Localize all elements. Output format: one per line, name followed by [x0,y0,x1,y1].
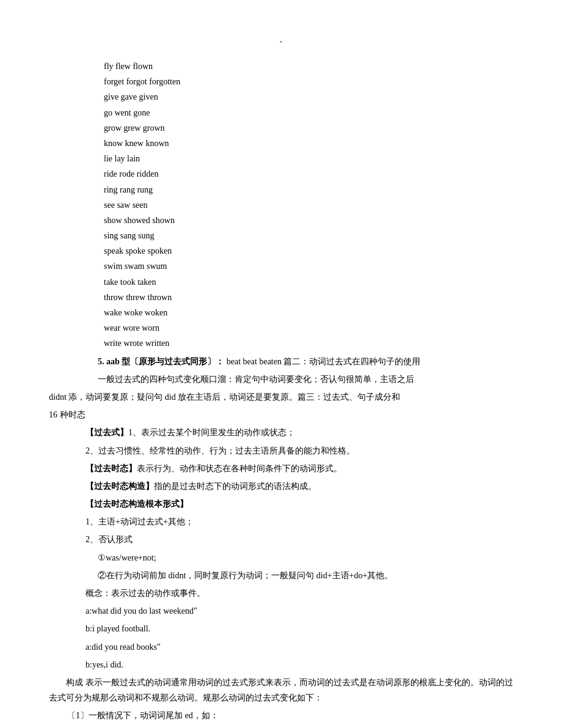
section5-label: 5. aab 型〔原形与过去式同形〕： [98,357,224,366]
circle1-block: ①was/were+not; [98,550,513,565]
example-a1-block: a:what did you do last weekend" [86,603,513,619]
verb-list-item: write wrote written [104,336,513,351]
example-b1-text: b:i played football. [86,624,150,633]
verb-list-item: see saw seen [104,197,513,213]
verb-list-item: ring rang rung [104,182,513,197]
verb-list: fly flew flownforget forgot forgottengiv… [104,59,513,351]
verb-list-item: sing sang sung [104,228,513,243]
past-time-structure-block: 【过去时态构造】指的是过去时态下的动词形式的语法构成。 [86,479,513,494]
verb-list-item: show showed shown [104,213,513,228]
para1-cont2-block: 16 种时态 [49,407,513,422]
form2-text: 2、否认形式 [86,535,133,544]
verb-list-item: wear wore worn [104,320,513,336]
past-tense-2: 2、过去习惯性、经常性的动作、行为；过去主语所具备的能力和性格。 [86,446,355,455]
section5: 5. aab 型〔原形与过去式同形〕： beat beat beaten 篇二：… [98,354,513,369]
composition-para-block: 构成 表示一般过去式的动词通常用动词的过去式形式来表示，而动词的过去式是在动词原… [49,675,513,705]
para1-cont-block: didnt 添，动词要复原；疑问句 did 放在主语后，动词还是要复原。篇三：过… [49,389,513,405]
verb-list-item: grow grew grown [104,120,513,136]
past-time-structure-title: 【过去时态构造】 [86,482,154,491]
verb-list-item: lie lay lain [104,151,513,166]
verb-list-item: wake woke woken [104,305,513,320]
verb-list-item: swim swam swum [104,259,513,274]
composition-para-text: 构成 表示一般过去式的动词通常用动词的过去式形式来表示，而动词的过去式是在动词原… [49,678,513,702]
past-time-block: 【过去时态】表示行为、动作和状态在各种时间条件下的动词形式。 [86,461,513,476]
past-time-root-title: 【过去时态构造根本形式】 [86,499,188,509]
example-b2-text: b:yes,i did. [86,660,123,669]
top-dash: - [49,37,513,46]
circle2-block: ②在行为动词前加 didnt，同时复原行为动词；一般疑问句 did+主语+do+… [98,568,513,583]
rule1-examples-block: worked played wanted acted [86,726,513,729]
verb-list-item: throw threw thrown [104,290,513,305]
past-time-root-block: 【过去时态构造根本形式】 [86,496,513,512]
past-time-structure-text: 指的是过去时态下的动词形式的语法构成。 [154,482,316,491]
past-tense-title: 【过去式】 [86,428,128,437]
para1-block: 一般过去式的四种句式变化顺口溜：肯定句中动词要变化；否认句很简单，主语之后 [98,372,513,387]
verb-list-item: take took taken [104,274,513,290]
form1-text: 1、主语+动词过去式+其他； [86,517,194,526]
circle2-text: ②在行为动词前加 didnt，同时复原行为动词；一般疑问句 did+主语+do+… [98,571,393,580]
section5-text: beat beat beaten 篇二：动词过去式在四种句子的使用 [224,357,420,366]
verb-list-item: know knew known [104,136,513,151]
verb-list-item: give gave given [104,89,513,105]
form2-block: 2、否认形式 [86,532,513,547]
verb-list-item: go went gone [104,105,513,120]
example-a1-text: a:what did you do last weekend" [86,606,197,616]
example-b1-block: b:i played football. [86,621,513,636]
para1-cont2-text: 16 种时态 [49,410,86,419]
verb-list-item: speak spoke spoken [104,243,513,259]
concept-text: 概念：表示过去的动作或事件。 [86,589,205,598]
past-tense-block: 【过去式】1、表示过去某个时间里发生的动作或状态； [86,425,513,440]
para1-text: 一般过去式的四种句式变化顺口溜：肯定句中动词要变化；否认句很简单，主语之后 [98,375,414,384]
form1-block: 1、主语+动词过去式+其他； [86,514,513,529]
verb-list-item: fly flew flown [104,59,513,74]
verb-list-item: forget forgot forgotten [104,74,513,89]
rule1-title-block: 〔1〕一般情况下，动词词尾加 ed，如： [67,708,513,723]
verb-list-item: ride rode ridden [104,166,513,182]
example-b2-block: b:yes,i did. [86,657,513,672]
past-tense-2-block: 2、过去习惯性、经常性的动作、行为；过去主语所具备的能力和性格。 [86,443,513,458]
past-tense-1: 1、表示过去某个时间里发生的动作或状态； [128,428,295,437]
example-a2-block: a:did you read books" [86,639,513,655]
content: fly flew flownforget forgot forgottengiv… [49,59,513,728]
para1-cont-text: didnt 添，动词要复原；疑问句 did 放在主语后，动词还是要复原。篇三：过… [49,392,400,402]
past-time-title: 【过去时态】 [86,464,137,473]
example-a2-text: a:did you read books" [86,642,161,652]
past-time-text: 表示行为、动作和状态在各种时间条件下的动词形式。 [137,464,342,473]
concept-block: 概念：表示过去的动作或事件。 [86,586,513,601]
rule1-title-text: 〔1〕一般情况下，动词词尾加 ed，如： [67,711,219,720]
circle1-text: ①was/were+not; [98,553,156,562]
page: - fly flew flownforget forgot forgotteng… [0,0,562,728]
